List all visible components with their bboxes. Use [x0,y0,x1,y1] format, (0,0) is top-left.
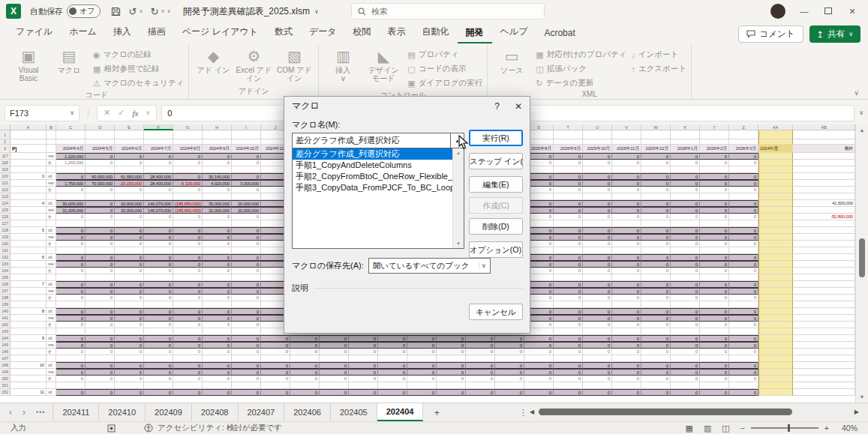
grid-cell[interactable]: 0 [320,376,349,382]
grid-cell[interactable]: 0 [232,214,261,220]
grid-cell[interactable] [144,382,173,389]
grid-cell[interactable]: 0 [203,153,232,160]
row-header[interactable]: 131 [0,247,11,254]
row-header[interactable]: 126 [0,214,11,220]
grid-cell[interactable]: 0 [583,389,612,396]
year-total-cell[interactable] [758,355,793,362]
group-number-cell[interactable] [11,295,47,301]
column-header-AB[interactable]: AB [793,124,855,130]
final-cell[interactable] [793,362,855,369]
grid-cell[interactable] [554,247,583,254]
grid-cell[interactable]: 0 [144,335,173,342]
grid-cell[interactable] [320,382,349,389]
grid-cell[interactable]: 0 [729,261,758,268]
grid-cell[interactable]: 0 [641,254,671,261]
grid-cell[interactable]: 0 [612,153,641,160]
zoom-out-icon[interactable]: − [740,424,745,433]
grid-cell[interactable] [671,166,700,173]
grid-cell[interactable] [700,328,729,335]
grid-cell[interactable]: 0 [495,335,524,342]
grid-cell[interactable] [671,220,700,227]
grid-cell[interactable]: 0 [700,227,729,234]
grid-cell[interactable]: 0 [641,227,671,234]
grid-cell[interactable] [86,301,115,308]
group-number-cell[interactable] [11,241,47,247]
dialog-close-icon[interactable]: ✕ [515,101,522,112]
ribbon-tab-描画[interactable]: 描画 [140,22,174,43]
scroll-left-icon[interactable]: ◀ [530,409,534,415]
grid-cell[interactable]: 0 [144,295,173,301]
grid-cell[interactable] [203,274,232,281]
grid-cell[interactable]: 0 [671,200,700,207]
grid-cell[interactable] [115,328,144,335]
grid-cell[interactable]: 0 [554,241,583,247]
grid-cell[interactable] [671,301,700,308]
grid-cell[interactable]: 0 [290,369,320,376]
grid-cell[interactable]: 0 [554,153,583,160]
grid-cell[interactable]: 0 [729,349,758,355]
zoom-slider[interactable] [751,427,818,429]
grid-cell[interactable] [173,247,203,254]
grid-cell[interactable]: 0 [583,322,612,328]
year-total-cell[interactable] [758,369,793,376]
grid-cell[interactable]: 0 [700,254,729,261]
grid-cell[interactable]: 0 [115,153,144,160]
grid-cell[interactable] [232,301,261,308]
grid-cell[interactable]: 0 [115,315,144,322]
final-cell[interactable] [793,166,855,173]
search-input[interactable]: 検索 [351,3,545,19]
grid-cell[interactable] [11,139,47,145]
grid-cell[interactable]: 0 [641,200,671,207]
grid-cell[interactable]: 0 [612,160,641,166]
grid-cell[interactable]: 0 [173,241,203,247]
grid-cell[interactable] [378,355,407,362]
grid-cell[interactable]: 0 [232,295,261,301]
grid-cell[interactable]: 0 [641,281,671,288]
grid-cell[interactable]: 0 [554,322,583,328]
grid-cell[interactable]: 0 [729,281,758,288]
grid-cell[interactable]: 0 [56,362,86,369]
grid-cell[interactable] [583,139,612,145]
grid-cell[interactable]: 0 [612,214,641,220]
grid-cell[interactable]: 0 [583,241,612,247]
grid-cell[interactable]: 0 [554,295,583,301]
final-cell[interactable] [793,173,855,180]
grid-cell[interactable]: 0 [671,308,700,315]
grid-cell[interactable] [56,193,86,200]
grid-cell[interactable]: 0 [612,342,641,349]
grid-cell[interactable] [349,355,378,362]
grid-cell[interactable] [583,301,612,308]
ribbon-tab-ホーム[interactable]: ホーム [61,22,105,43]
grid-cell[interactable]: 0 [56,389,86,396]
final-cell[interactable] [793,187,855,193]
grid-cell[interactable]: 20,000,000 [115,200,144,207]
year-total-cell[interactable] [758,382,793,389]
grid-cell[interactable] [612,355,641,362]
row-label-cell[interactable]: new [47,261,56,268]
year-total-cell[interactable] [758,227,793,234]
grid-cell[interactable] [232,247,261,254]
grid-cell[interactable]: 0 [554,349,583,355]
year-total-cell[interactable] [758,268,793,274]
row-label-cell[interactable] [47,247,56,254]
grid-cell[interactable]: 0 [700,234,729,241]
grid-cell[interactable]: 0 [56,268,86,274]
grid-cell[interactable]: 0 [583,180,612,187]
row-header[interactable]: 125 [0,207,11,214]
grid-cell[interactable] [47,130,56,139]
grid-cell[interactable]: 0 [466,376,495,382]
grid-cell[interactable] [554,166,583,173]
row-label-cell[interactable]: 差 [47,187,56,193]
grid-cell[interactable]: 0 [671,342,700,349]
grid-cell[interactable]: 0 [144,376,173,382]
grid-cell[interactable] [793,130,855,139]
grid-cell[interactable]: 0 [700,207,729,214]
grid-cell[interactable] [86,220,115,227]
sheet-tab-202408[interactable]: 202408 [192,403,239,421]
grid-cell[interactable]: 0 [495,389,524,396]
grid-cell[interactable]: 0 [173,308,203,315]
grid-cell[interactable]: 0 [612,281,641,288]
sheet-tab-202409[interactable]: 202409 [146,403,192,421]
grid-cell[interactable]: 0 [583,160,612,166]
grid-cell[interactable]: 3,000,000 [232,180,261,187]
